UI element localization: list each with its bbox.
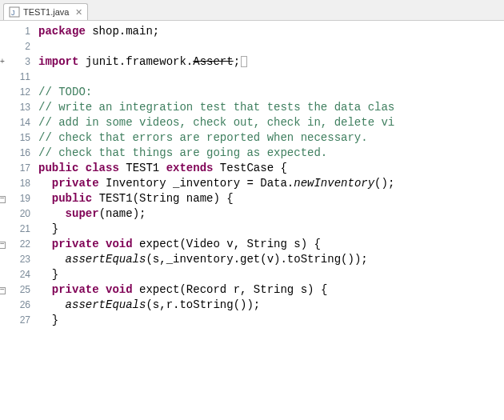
code-line[interactable]: // TODO: bbox=[38, 85, 504, 100]
line-number: 20 bbox=[0, 206, 30, 222]
code-line[interactable]: private Inventory _inventory = Data.newI… bbox=[38, 176, 504, 191]
line-number: 1 bbox=[0, 24, 30, 39]
code-content[interactable]: package shop.main;import junit.framework… bbox=[35, 21, 504, 420]
code-line[interactable]: private void expect(Video v, String s) { bbox=[38, 237, 504, 252]
code-editor[interactable]: 1231112131415161718192021222324252627 pa… bbox=[0, 21, 504, 420]
line-number: 27 bbox=[0, 313, 30, 328]
close-icon[interactable]: ✕ bbox=[75, 7, 82, 18]
line-number: 26 bbox=[0, 298, 30, 313]
code-line[interactable]: // check that things are going as expect… bbox=[38, 146, 504, 161]
line-number: 14 bbox=[0, 115, 30, 130]
code-line[interactable]: super(name); bbox=[38, 206, 504, 222]
line-number: 15 bbox=[0, 130, 30, 146]
code-line[interactable]: // add in some videos, check out, check … bbox=[38, 115, 504, 130]
code-line[interactable]: // check that errors are reported when n… bbox=[38, 130, 504, 146]
line-number: 2 bbox=[0, 39, 30, 54]
code-line[interactable]: assertEquals(s,_inventory.get(v).toStrin… bbox=[38, 252, 504, 267]
code-line[interactable]: } bbox=[38, 313, 504, 328]
code-line[interactable]: public TEST1(String name) { bbox=[38, 191, 504, 206]
code-line[interactable]: import junit.framework.Assert; bbox=[38, 54, 504, 70]
code-line[interactable]: private void expect(Record r, String s) … bbox=[38, 282, 504, 298]
svg-text:J: J bbox=[11, 9, 15, 17]
line-number-gutter: 1231112131415161718192021222324252627 bbox=[0, 21, 35, 420]
java-file-icon: J bbox=[9, 6, 20, 18]
code-line[interactable]: } bbox=[38, 267, 504, 282]
line-number: 13 bbox=[0, 100, 30, 115]
code-line[interactable]: // write an integration test that tests … bbox=[38, 100, 504, 115]
collapsed-import-box[interactable] bbox=[241, 56, 247, 67]
line-number: 3 bbox=[0, 54, 30, 70]
code-line[interactable]: public class TEST1 extends TestCase { bbox=[38, 161, 504, 176]
code-line[interactable]: package shop.main; bbox=[38, 24, 504, 39]
code-line[interactable] bbox=[38, 70, 504, 85]
line-number: 16 bbox=[0, 146, 30, 161]
line-number: 18 bbox=[0, 176, 30, 191]
tab-bar: J TEST1.java ✕ bbox=[0, 0, 504, 21]
line-number: 22 bbox=[0, 237, 30, 252]
line-number: 11 bbox=[0, 70, 30, 85]
line-number: 19 bbox=[0, 191, 30, 206]
line-number: 23 bbox=[0, 252, 30, 267]
tab-active[interactable]: J TEST1.java ✕ bbox=[3, 3, 88, 20]
line-number: 24 bbox=[0, 267, 30, 282]
tab-filename: TEST1.java bbox=[23, 7, 69, 17]
code-line[interactable] bbox=[38, 39, 504, 54]
line-number: 12 bbox=[0, 85, 30, 100]
code-line[interactable]: } bbox=[38, 222, 504, 237]
code-line[interactable]: assertEquals(s,r.toString()); bbox=[38, 298, 504, 313]
line-number: 21 bbox=[0, 222, 30, 237]
line-number: 17 bbox=[0, 161, 30, 176]
line-number: 25 bbox=[0, 282, 30, 298]
